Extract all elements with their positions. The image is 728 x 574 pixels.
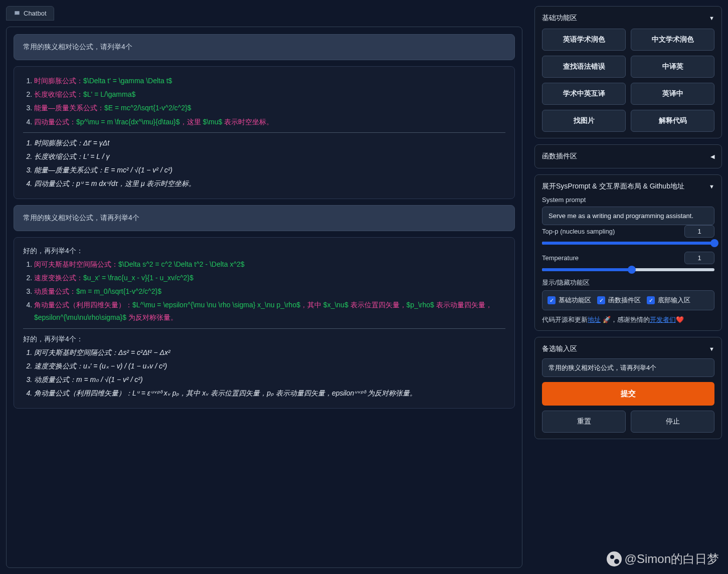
btn-find-image[interactable]: 找图片 xyxy=(542,110,626,132)
chat-icon xyxy=(14,10,21,17)
system-prompt-label: System prompt xyxy=(542,196,714,204)
system-prompt-input[interactable] xyxy=(542,207,714,225)
chevron-down-icon: ▼ xyxy=(709,346,714,352)
btn-explain-code[interactable]: 解释代码 xyxy=(631,110,714,132)
checkbox-plugins[interactable]: ✓ 函数插件区 xyxy=(597,296,641,305)
devs-link[interactable]: 开发者们 xyxy=(650,316,676,323)
btn-grammar[interactable]: 查找语法错误 xyxy=(542,56,626,78)
basic-functions-card: 基础功能区 ▼ 英语学术润色 中文学术润色 查找语法错误 中译英 学术中英互译 … xyxy=(534,6,722,138)
tab-chatbot[interactable]: Chatbot xyxy=(6,6,54,21)
divider xyxy=(23,132,505,133)
checkbox-basic[interactable]: ✓ 基础功能区 xyxy=(548,296,591,305)
btn-chn-polish[interactable]: 中文学术润色 xyxy=(631,29,714,51)
plugins-card: 函数插件区 ◀ xyxy=(534,144,722,168)
user-message: 常用的狭义相对论公式，请列举4个 xyxy=(14,34,515,60)
chevron-down-icon: ▼ xyxy=(709,183,714,189)
btn-en2zh[interactable]: 英译中 xyxy=(631,83,714,105)
temperature-label: Temperature xyxy=(542,254,679,262)
tab-label: Chatbot xyxy=(24,10,47,17)
sysprompt-header[interactable]: 展开SysPrompt & 交互界面布局 & Github地址 ▼ xyxy=(542,181,714,192)
chat-column: 常用的狭义相对论公式，请列举4个 时间膨胀公式：$\Delta t' = \ga… xyxy=(6,27,522,568)
repo-link[interactable]: 地址 xyxy=(588,316,601,323)
user-message: 常用的狭义相对论公式，请再列举4个 xyxy=(14,205,515,231)
input-header[interactable]: 备选输入区 ▼ xyxy=(542,343,714,354)
sysprompt-card: 展开SysPrompt & 交互界面布局 & Github地址 ▼ System… xyxy=(534,174,722,331)
btn-zh2en[interactable]: 中译英 xyxy=(631,56,714,78)
chevron-down-icon: ▼ xyxy=(709,15,714,21)
temperature-slider[interactable] xyxy=(542,268,714,271)
topp-value[interactable]: 1 xyxy=(684,225,714,238)
slider-thumb[interactable] xyxy=(710,239,718,247)
stop-button[interactable]: 停止 xyxy=(631,411,714,433)
chat-panel: Chatbot 常用的狭义相对论公式，请列举4个 时间膨胀公式：$\Delta … xyxy=(0,0,528,574)
btn-eng-polish[interactable]: 英语学术润色 xyxy=(542,29,626,51)
bot-message: 好的，再列举4个： 闵可夫斯基时空间隔公式：$\Delta s^2 = c^2 … xyxy=(14,237,515,409)
formula-list-rendered: 闵可夫斯基时空间隔公式：Δs² = c²Δt² − Δx² 速度变换公式：uₓ′… xyxy=(23,346,505,400)
plugins-header[interactable]: 函数插件区 ◀ xyxy=(542,151,714,162)
basic-buttons: 英语学术润色 中文学术润色 查找语法错误 中译英 学术中英互译 英译中 找图片 … xyxy=(542,29,714,132)
credits: 代码开源和更新地址 🚀，感谢热情的开发者们❤️ xyxy=(542,315,714,324)
divider xyxy=(23,328,505,329)
show-hide-label: 显示/隐藏功能区 xyxy=(542,278,714,287)
sidebar: 基础功能区 ▼ 英语学术润色 中文学术润色 查找语法错误 中译英 学术中英互译 … xyxy=(528,0,728,574)
checkbox-icon: ✓ xyxy=(548,296,556,304)
input-card: 备选输入区 ▼ 提交 重置 停止 xyxy=(534,337,722,439)
checkbox-input[interactable]: ✓ 底部输入区 xyxy=(647,296,690,305)
basic-functions-header[interactable]: 基础功能区 ▼ xyxy=(542,13,714,24)
slider-thumb[interactable] xyxy=(628,266,636,274)
formula-list-raw: 闵可夫斯基时空间隔公式：$\Delta s^2 = c^2 \Delta t^2… xyxy=(23,258,505,324)
checkbox-icon: ✓ xyxy=(597,296,605,304)
btn-academic-trans[interactable]: 学术中英互译 xyxy=(542,83,626,105)
prompt-input[interactable] xyxy=(542,358,714,377)
temperature-value[interactable]: 1 xyxy=(684,252,714,264)
tab-bar: Chatbot xyxy=(6,6,522,21)
checkbox-icon: ✓ xyxy=(647,296,655,304)
formula-list-rendered: 时间膨胀公式：Δt′ = γΔt 长度收缩公式：L′ = L / γ 能量—质量… xyxy=(23,137,505,190)
chevron-left-icon: ◀ xyxy=(710,153,714,160)
submit-button[interactable]: 提交 xyxy=(542,382,714,406)
topp-label: Top-p (nucleus sampling) xyxy=(542,228,679,235)
bot-message: 时间膨胀公式：$\Delta t' = \gamma \Delta t$ 长度收… xyxy=(14,66,515,199)
formula-list-raw: 时间膨胀公式：$\Delta t' = \gamma \Delta t$ 长度收… xyxy=(23,75,505,128)
topp-slider[interactable] xyxy=(542,242,714,245)
visibility-checkboxes: ✓ 基础功能区 ✓ 函数插件区 ✓ 底部输入区 xyxy=(542,290,714,310)
reset-button[interactable]: 重置 xyxy=(542,411,626,433)
